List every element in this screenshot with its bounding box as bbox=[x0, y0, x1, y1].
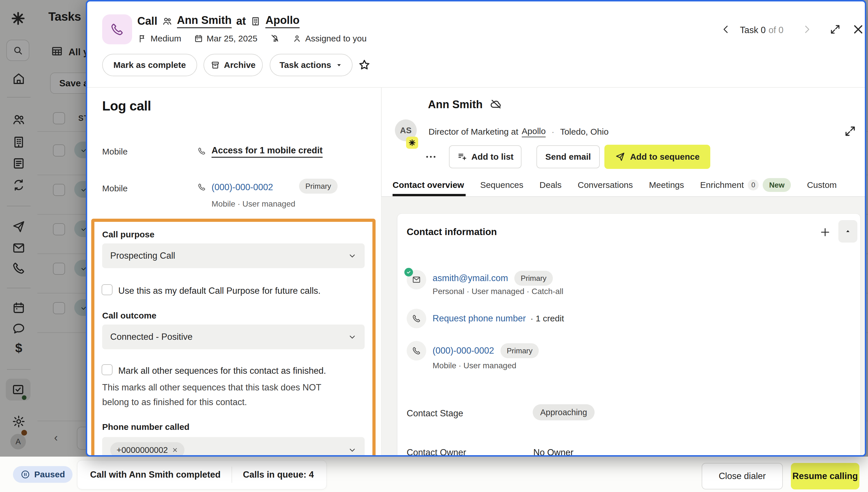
contact-header: Ann Smith bbox=[428, 98, 502, 111]
email-row: asmith@ymail.com Primary bbox=[433, 271, 553, 286]
contact-byline: Director of Marketing at Apollo · Toledo… bbox=[429, 126, 609, 137]
add-field-plus-icon[interactable] bbox=[819, 226, 831, 238]
primary-badge: Primary bbox=[501, 343, 539, 358]
request-phone-link[interactable]: Request phone number bbox=[433, 313, 526, 324]
tab-deals[interactable]: Deals bbox=[539, 173, 562, 197]
asterisk-icon bbox=[408, 139, 416, 146]
due-date[interactable]: Mar 25, 2025 bbox=[194, 34, 258, 44]
call-purpose-select[interactable]: Prospecting Call bbox=[102, 243, 365, 268]
send-email-button[interactable]: Send email bbox=[536, 145, 600, 168]
phone-number-link[interactable]: (000)-000-0002 bbox=[433, 346, 494, 356]
contact-role: Director of Marketing at bbox=[429, 127, 518, 137]
default-purpose-label[interactable]: Use this as my default Call Purpose for … bbox=[118, 286, 321, 296]
mark-complete-label: Mark as complete bbox=[113, 60, 186, 70]
call-purpose-value: Prospecting Call bbox=[110, 251, 175, 261]
collapse-card-button[interactable] bbox=[838, 220, 857, 243]
at-word: at bbox=[236, 15, 246, 27]
call-status-text: Call with Ann Smith completed bbox=[90, 470, 221, 480]
add-to-sequence-button[interactable]: Add to sequence bbox=[604, 145, 710, 169]
prev-task-chevron-icon[interactable] bbox=[720, 24, 731, 35]
expand-modal-icon[interactable] bbox=[829, 23, 841, 35]
finish-sequences-checkbox[interactable] bbox=[102, 364, 113, 375]
chip-remove-icon[interactable] bbox=[172, 447, 178, 453]
mark-complete-button[interactable]: Mark as complete bbox=[102, 54, 197, 76]
call-task-tile bbox=[102, 15, 132, 44]
close-dialer-button[interactable]: Close dialer bbox=[702, 463, 783, 489]
resume-calling-button[interactable]: Resume calling bbox=[791, 463, 859, 489]
due-date-label: Mar 25, 2025 bbox=[207, 34, 258, 44]
phone-icon bbox=[197, 183, 206, 191]
more-actions-icon[interactable] bbox=[425, 150, 437, 163]
contact-owner-label: Contact Owner bbox=[407, 447, 466, 457]
divider bbox=[87, 87, 865, 88]
resume-calling-label: Resume calling bbox=[792, 471, 858, 481]
access-mobile-credit-link[interactable]: Access for 1 mobile credit bbox=[212, 145, 322, 158]
caret-up-icon bbox=[844, 228, 851, 235]
tab-sequences[interactable]: Sequences bbox=[480, 173, 523, 197]
call-purpose-label: Call purpose bbox=[102, 229, 154, 239]
finish-sequences-note: This marks all other sequences that this… bbox=[102, 380, 350, 410]
phone-sub: Mobile · User managed bbox=[433, 361, 516, 370]
tab-label: Enrichment bbox=[700, 180, 744, 190]
task-counter: Task 0 of 0 bbox=[740, 25, 783, 35]
task-actions-label: Task actions bbox=[280, 60, 331, 70]
call-outcome-select[interactable]: Connected - Positive bbox=[102, 324, 365, 349]
primary-badge: Primary bbox=[299, 179, 338, 194]
tab-conversations[interactable]: Conversations bbox=[578, 173, 633, 197]
task-contact-link[interactable]: Ann Smith bbox=[177, 14, 232, 28]
card-title: Contact information bbox=[407, 226, 497, 237]
add-to-list-button[interactable]: Add to list bbox=[449, 145, 522, 168]
assignee[interactable]: Assigned to you bbox=[292, 34, 366, 44]
email-verified-badge bbox=[404, 268, 413, 276]
task-counter-current: Task 0 bbox=[740, 25, 766, 35]
task-company-link[interactable]: Apollo bbox=[265, 14, 299, 28]
paused-label: Paused bbox=[34, 470, 65, 479]
archive-icon bbox=[211, 60, 220, 70]
expand-panel-icon[interactable] bbox=[844, 125, 857, 138]
tab-meetings[interactable]: Meetings bbox=[649, 173, 684, 197]
phone-called-select[interactable]: +0000000002 bbox=[102, 437, 365, 457]
list-plus-icon bbox=[457, 152, 467, 162]
archive-button[interactable]: Archive bbox=[203, 54, 263, 76]
finish-sequences-label[interactable]: Mark all other sequences for this contac… bbox=[118, 366, 326, 376]
tab-contact-overview[interactable]: Contact overview bbox=[392, 173, 464, 197]
priority[interactable]: Medium bbox=[138, 34, 181, 44]
flag-icon bbox=[138, 34, 147, 43]
task-modal: Call Ann Smith at Apollo Medium Mar 25, … bbox=[86, 0, 866, 457]
next-task-chevron-icon[interactable] bbox=[801, 24, 813, 35]
contact-stage-badge[interactable]: Approaching bbox=[533, 404, 595, 420]
contact-information-card: Contact information asmith@ymail.com Pri… bbox=[397, 214, 861, 457]
contact-location: Toledo, Ohio bbox=[560, 127, 608, 137]
request-phone-row: Request phone number · 1 credit bbox=[433, 313, 564, 324]
contact-stage-label: Contact Stage bbox=[407, 408, 463, 419]
close-modal-icon[interactable] bbox=[852, 23, 864, 35]
task-meta-row: Medium Mar 25, 2025 Assigned to you bbox=[138, 34, 367, 44]
priority-label: Medium bbox=[150, 34, 181, 44]
mobile-number-sub: Mobile · User managed bbox=[212, 199, 295, 208]
add-to-sequence-label: Add to sequence bbox=[630, 152, 700, 162]
contact-company-link[interactable]: Apollo bbox=[522, 126, 546, 137]
task-title: Call Ann Smith at Apollo bbox=[137, 14, 299, 28]
tab-label: Meetings bbox=[649, 180, 684, 190]
archive-label: Archive bbox=[224, 60, 256, 70]
send-email-label: Send email bbox=[546, 152, 591, 162]
cloud-slash-icon bbox=[489, 98, 502, 111]
company-icon bbox=[250, 16, 261, 26]
mobile-number-link[interactable]: (000)-000-0002 bbox=[212, 182, 273, 193]
tab-label: Conversations bbox=[578, 180, 633, 190]
people-icon bbox=[162, 16, 172, 26]
contact-name: Ann Smith bbox=[428, 98, 483, 111]
tab-enrichment[interactable]: Enrichment 0 New bbox=[700, 173, 791, 197]
bell-slash-icon[interactable] bbox=[270, 34, 280, 44]
caret-down-icon bbox=[335, 61, 343, 69]
pause-circle-icon bbox=[20, 470, 30, 479]
contact-tabs: Contact overview Sequences Deals Convers… bbox=[392, 173, 865, 197]
dialer-bar: Paused Call with Ann Smith completed Cal… bbox=[0, 457, 868, 492]
favorite-star-icon[interactable] bbox=[358, 58, 371, 72]
default-purpose-checkbox[interactable] bbox=[102, 284, 113, 295]
email-link[interactable]: asmith@ymail.com bbox=[433, 273, 508, 284]
task-actions-button[interactable]: Task actions bbox=[270, 54, 353, 76]
task-counter-total: of 0 bbox=[769, 25, 784, 35]
tab-custom[interactable]: Custom bbox=[807, 173, 837, 197]
add-to-list-label: Add to list bbox=[472, 152, 514, 162]
